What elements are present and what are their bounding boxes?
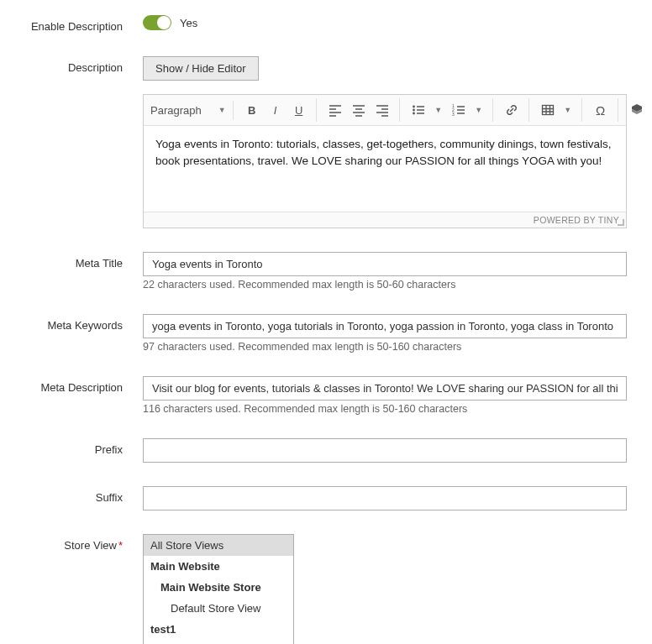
required-asterisk: * <box>118 539 123 552</box>
store-view-option[interactable]: Default Store View <box>144 598 293 619</box>
meta-keywords-label: Meta Keywords <box>25 314 143 332</box>
field-enable-description: Enable Description Yes <box>25 15 627 33</box>
insert-link-button[interactable] <box>500 98 523 122</box>
svg-text:3: 3 <box>452 112 455 117</box>
field-suffix: Suffix <box>25 486 627 510</box>
svg-point-2 <box>413 113 415 115</box>
svg-point-1 <box>413 109 415 112</box>
chevron-down-icon: ▼ <box>218 106 226 114</box>
field-meta-keywords: Meta Keywords 97 characters used. Recomm… <box>25 314 627 353</box>
editor-footer: POWERED BY TINY <box>144 212 626 228</box>
bold-button[interactable]: B <box>240 98 264 122</box>
meta-title-label: Meta Title <box>25 252 143 270</box>
powered-by-label: POWERED BY TINY <box>534 215 619 225</box>
resize-handle[interactable] <box>616 217 624 226</box>
description-label: Description <box>25 56 143 74</box>
table-menu[interactable]: ▼ <box>560 98 576 122</box>
store-view-label: Store View* <box>25 534 143 552</box>
store-view-option[interactable]: All Store Views <box>144 535 293 556</box>
svg-rect-6 <box>542 106 553 115</box>
enable-description-value: Yes <box>180 17 197 29</box>
editor-toolbar: Paragraph ▼ B I U <box>144 95 626 126</box>
suffix-input[interactable] <box>143 486 627 510</box>
field-store-view: Store View* All Store ViewsMain WebsiteM… <box>25 534 627 644</box>
field-description: Description Show / Hide Editor Paragraph… <box>25 56 627 228</box>
align-right-button[interactable] <box>371 98 394 122</box>
table-button[interactable] <box>536 98 560 122</box>
format-selector[interactable]: Paragraph ▼ <box>149 101 228 120</box>
meta-description-input[interactable] <box>143 376 627 401</box>
bullet-list-menu[interactable]: ▼ <box>430 98 447 122</box>
meta-description-label: Meta Description <box>25 376 143 394</box>
italic-button[interactable]: I <box>264 98 287 122</box>
numbered-list-button[interactable]: 123 <box>447 98 471 122</box>
enable-description-toggle[interactable] <box>143 15 171 30</box>
format-selector-label: Paragraph <box>150 104 202 117</box>
meta-title-input[interactable] <box>143 252 627 276</box>
bullet-list-button[interactable] <box>407 98 430 122</box>
meta-keywords-hint: 97 characters used. Recommended max leng… <box>143 341 627 353</box>
svg-point-0 <box>413 106 415 108</box>
widget-button[interactable] <box>625 98 649 122</box>
store-view-select[interactable]: All Store ViewsMain WebsiteMain Website … <box>143 534 294 644</box>
field-meta-description: Meta Description 116 characters used. Re… <box>25 376 627 415</box>
store-view-option[interactable]: Main Website <box>144 556 293 577</box>
prefix-label: Prefix <box>25 438 143 456</box>
wysiwyg-editor: Paragraph ▼ B I U <box>143 94 627 228</box>
store-view-option[interactable]: test1 <box>144 640 293 644</box>
store-view-option[interactable]: Main Website Store <box>144 577 293 598</box>
suffix-label: Suffix <box>25 486 143 504</box>
meta-description-hint: 116 characters used. Recommended max len… <box>143 403 627 415</box>
field-prefix: Prefix <box>25 438 627 463</box>
underline-button[interactable]: U <box>287 98 311 122</box>
meta-title-hint: 22 characters used. Recommended max leng… <box>143 279 627 291</box>
meta-keywords-input[interactable] <box>143 314 627 338</box>
prefix-input[interactable] <box>143 438 627 463</box>
store-view-option[interactable]: test1 <box>144 619 293 640</box>
special-char-button[interactable]: Ω <box>589 98 613 122</box>
enable-description-label: Enable Description <box>25 15 143 33</box>
editor-content[interactable]: Yoga events in Toronto: tutorials, class… <box>144 126 626 212</box>
field-meta-title: Meta Title 22 characters used. Recommend… <box>25 252 627 291</box>
align-left-button[interactable] <box>323 98 347 122</box>
align-center-button[interactable] <box>347 98 371 122</box>
numbered-list-menu[interactable]: ▼ <box>471 98 487 122</box>
show-hide-editor-button[interactable]: Show / Hide Editor <box>143 56 259 81</box>
